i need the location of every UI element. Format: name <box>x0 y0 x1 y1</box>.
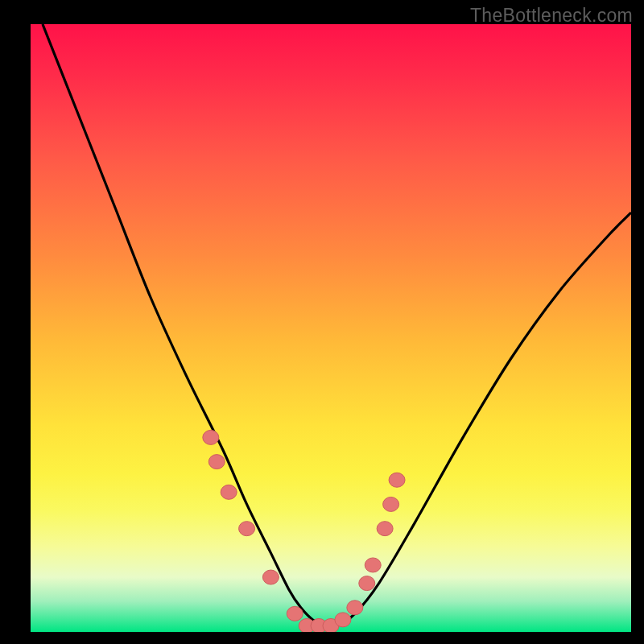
highlight-dot <box>239 522 255 536</box>
highlight-dot <box>365 558 381 572</box>
curve-svg <box>31 24 631 632</box>
highlight-dot <box>287 606 303 621</box>
highlight-dot <box>359 576 375 591</box>
highlight-dot <box>377 522 393 536</box>
highlight-dot <box>203 430 219 444</box>
chart-frame: TheBottleneck.com <box>0 0 644 644</box>
plot-area <box>31 24 631 632</box>
bottleneck-curve <box>43 24 631 627</box>
highlight-dot <box>221 485 237 499</box>
highlight-dots-group <box>203 430 405 632</box>
highlight-dot <box>262 570 279 584</box>
watermark-text: TheBottleneck.com <box>470 5 633 27</box>
highlight-dot <box>383 497 399 511</box>
highlight-dot <box>347 601 363 615</box>
highlight-dot <box>208 455 225 469</box>
highlight-dot <box>389 473 405 487</box>
highlight-dot <box>335 613 351 627</box>
